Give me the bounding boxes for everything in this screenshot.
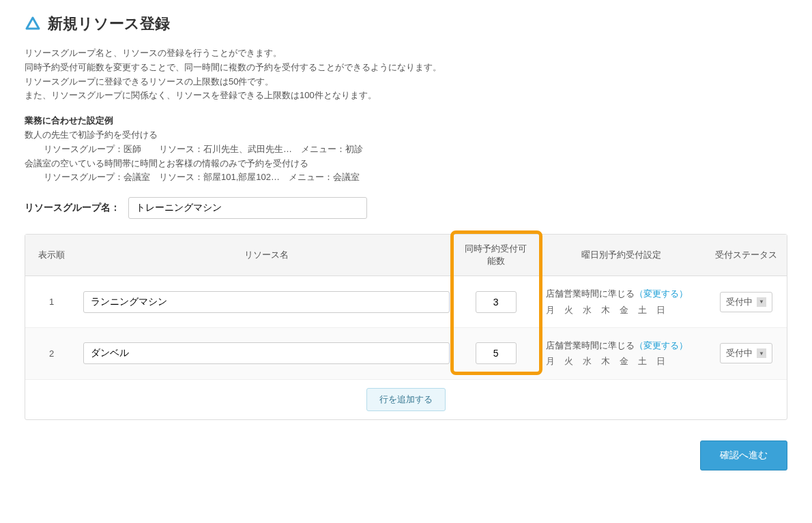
table-row: 1 店舗営業時間に準じる（変更する） 月火水木金土日 受付中 ▼	[25, 276, 787, 328]
day-thu: 木	[601, 353, 610, 369]
resource-table: 表示順 リソース名 同時予約受付可能数 曜日別予約受付設定 受付ステータス 1 …	[25, 235, 787, 380]
example-case-detail: リソースグループ：医師 リソース：石川先生、武田先生… メニュー：初診	[25, 143, 787, 157]
day-wed: 水	[583, 302, 592, 318]
weekday-list: 月火水木金土日	[546, 353, 695, 369]
resource-name-input[interactable]	[83, 291, 450, 313]
desc-line: リソースグループ名と、リソースの登録を行うことができます。	[25, 46, 787, 61]
concurrent-input[interactable]	[476, 291, 517, 313]
day-tue: 火	[564, 353, 573, 369]
day-sun: 日	[656, 302, 665, 318]
day-wed: 水	[583, 353, 592, 369]
th-order: 表示順	[25, 235, 78, 276]
cell-weekday: 店舗営業時間に準じる（変更する） 月火水木金土日	[536, 276, 705, 328]
example-case-desc: 数人の先生で初診予約を受付ける	[25, 128, 787, 143]
status-value: 受付中	[726, 347, 753, 359]
page-title-row: 新規リソース登録	[25, 14, 787, 34]
weekday-base: 店舗営業時間に準じる	[546, 340, 635, 350]
th-status: 受付ステータス	[706, 235, 787, 276]
status-select[interactable]: 受付中 ▼	[720, 292, 772, 312]
status-value: 受付中	[726, 296, 753, 308]
description-block: リソースグループ名と、リソースの登録を行うことができます。 同時予約受付可能数を…	[25, 46, 787, 103]
day-fri: 金	[620, 302, 628, 318]
chevron-down-icon: ▼	[757, 348, 766, 358]
th-concurrent: 同時予約受付可能数	[455, 235, 536, 276]
chevron-down-icon: ▼	[757, 297, 766, 307]
status-select[interactable]: 受付中 ▼	[720, 343, 772, 363]
submit-row: 確認へ進む	[25, 440, 787, 470]
cell-order: 2	[25, 327, 78, 379]
group-name-row: リソースグループ名：	[25, 197, 787, 219]
cell-order: 1	[25, 276, 78, 328]
confirm-button[interactable]: 確認へ進む	[700, 440, 787, 470]
page-title: 新規リソース登録	[48, 14, 170, 34]
weekday-change-link[interactable]: （変更する）	[635, 340, 688, 350]
weekday-base: 店舗営業時間に準じる	[546, 288, 635, 299]
th-weekday: 曜日別予約受付設定	[536, 235, 705, 276]
day-sat: 土	[638, 353, 647, 369]
day-thu: 木	[601, 302, 610, 318]
example-block: 業務に合わせた設定例 数人の先生で初診予約を受付ける リソースグループ：医師 リ…	[25, 114, 787, 185]
day-mon: 月	[546, 302, 555, 318]
day-fri: 金	[620, 353, 628, 369]
weekday-change-link[interactable]: （変更する）	[635, 288, 688, 299]
day-sun: 日	[656, 353, 665, 369]
weekday-list: 月火水木金土日	[546, 302, 695, 318]
example-title: 業務に合わせた設定例	[25, 114, 787, 128]
group-name-label: リソースグループ名：	[25, 202, 120, 214]
resource-name-input[interactable]	[83, 342, 450, 364]
example-case-detail: リソースグループ：会議室 リソース：部屋101,部屋102… メニュー：会議室	[25, 170, 787, 185]
add-row-button[interactable]: 行を追加する	[366, 388, 446, 411]
desc-line: また、リソースグループに関係なく、リソースを登録できる上限数は100件となります…	[25, 89, 787, 103]
day-sat: 土	[638, 302, 647, 318]
add-row-wrap: 行を追加する	[25, 380, 787, 419]
cell-weekday: 店舗営業時間に準じる（変更する） 月火水木金土日	[536, 327, 705, 379]
example-case-desc: 会議室の空いている時間帯に時間とお客様の情報のみで予約を受付ける	[25, 157, 787, 171]
desc-line: 同時予約受付可能数を変更することで、同一時間に複数の予約を受付することができるよ…	[25, 61, 787, 75]
resource-table-wrap: 表示順 リソース名 同時予約受付可能数 曜日別予約受付設定 受付ステータス 1 …	[25, 234, 787, 420]
table-row: 2 店舗営業時間に準じる（変更する） 月火水木金土日 受付中 ▼	[25, 327, 787, 379]
concurrent-input[interactable]	[476, 342, 517, 364]
day-tue: 火	[564, 302, 573, 318]
th-name: リソース名	[78, 235, 455, 276]
triangle-icon	[25, 16, 41, 32]
group-name-input[interactable]	[128, 197, 367, 219]
day-mon: 月	[546, 353, 555, 369]
desc-line: リソースグループに登録できるリソースの上限数は50件です。	[25, 75, 787, 89]
